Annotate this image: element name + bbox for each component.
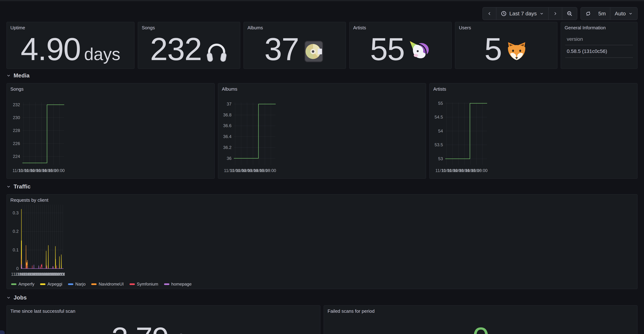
panel-title[interactable]: Songs [138, 22, 240, 30]
y-tick-label: 36.2 [223, 145, 232, 150]
panel-uptime: Uptime 4.90 days [6, 22, 134, 69]
series-line-Songs [22, 105, 64, 163]
legend-item-Narjo[interactable]: Narjo [68, 282, 86, 287]
chevron-down-icon [628, 11, 633, 16]
section-jobs[interactable]: Jobs [6, 295, 638, 301]
y-tick-label: 36.6 [223, 123, 232, 128]
refresh-picker-group: 5m Auto [580, 7, 638, 20]
panel-songs-chart: Songs 11/10 00:0011/11 00:0011/12 00:001… [6, 83, 215, 179]
section-label: Media [14, 72, 30, 79]
section-media[interactable]: Media [6, 73, 638, 78]
y-tick-label: 36.8 [223, 112, 232, 117]
panel-title[interactable]: Requests by client [7, 195, 637, 203]
time-forward-button[interactable] [548, 7, 562, 20]
x-tick-label: 11/16 00:00 [48, 168, 65, 173]
chevron-down-icon [539, 11, 544, 16]
unicorn-icon [408, 40, 431, 63]
refresh-interval-label: 5m [598, 10, 606, 17]
artists-value: 55 [370, 33, 404, 65]
auto-refresh-button[interactable]: Auto [610, 7, 637, 20]
legend-item-homepage[interactable]: homepage [164, 282, 192, 287]
series-line-Arpeggi [21, 209, 63, 269]
y-tick-label: 0.1 [13, 248, 18, 252]
traffic-row: Requests by client 11/10 00:0011/10 08:0… [6, 194, 638, 289]
time-back-button[interactable] [483, 7, 496, 20]
panel-title[interactable]: Time since last successful scan [7, 306, 320, 314]
series-line-Albums [234, 104, 276, 158]
y-tick-label: 0.2 [13, 229, 18, 234]
version-table: version 0.58.5 (131c0c56) [565, 35, 633, 58]
panel-artists-stat: Artists 55 [349, 22, 452, 69]
y-tick-label: 0.3 [13, 210, 18, 215]
chevron-right-icon [553, 11, 558, 16]
dashboard-toolbar: Last 7 days 5m Auto [6, 7, 638, 20]
legend-item-Symfonium[interactable]: Symfonium [130, 282, 158, 287]
panel-time-since-last-scan: Time since last successful scan 2.79 day… [6, 305, 320, 334]
panel-albums-stat: Albums 37 [244, 22, 346, 69]
x-tick-label: 11/16 00:00 [260, 168, 276, 173]
y-tick-label: 226 [13, 141, 20, 146]
x-tick-label: 11/16 16:00 [52, 272, 65, 277]
window-top-edge [0, 0, 644, 1]
auto-label: Auto [615, 10, 626, 17]
legend-color-chip [130, 283, 135, 285]
zoom-out-icon [566, 10, 572, 17]
legend-item-NavidromeUI[interactable]: NavidromeUI [91, 282, 124, 287]
songs-chart: 11/10 00:0011/11 00:0011/12 00:0011/13 0… [11, 92, 65, 177]
time-range-button[interactable]: Last 7 days [496, 7, 548, 20]
chevron-down-icon [6, 73, 11, 78]
y-tick-label: 54 [438, 129, 443, 133]
legend-color-chip [91, 283, 96, 285]
panel-albums-chart: Albums 11/10 00:0011/11 00:0011/12 00:00… [218, 83, 426, 179]
users-value: 5 [484, 33, 502, 65]
panel-artists-chart: Artists 11/10 00:0011/11 00:0011/12 00:0… [429, 83, 638, 179]
panel-title[interactable]: Artists [430, 83, 637, 92]
legend-item-Arpeggi[interactable]: Arpeggi [40, 282, 62, 287]
chevron-down-icon [6, 185, 11, 189]
legend-color-chip [164, 283, 170, 285]
x-tick-label: 11/16 00:00 [471, 168, 488, 173]
dashboard: Last 7 days 5m Auto [0, 7, 644, 334]
panel-failed-scans: Failed scans for period 0 [324, 305, 638, 334]
artists-chart: 11/10 00:0011/11 00:0011/12 00:0011/13 0… [434, 92, 488, 177]
panel-general-information: General Information version 0.58.5 (131c… [561, 22, 638, 69]
legend-color-chip [40, 283, 46, 285]
panel-title[interactable]: Albums [218, 83, 426, 92]
legend-color-chip [68, 283, 73, 285]
fox-icon [505, 40, 528, 63]
panel-title[interactable]: Uptime [7, 22, 134, 30]
section-label: Traffic [14, 183, 30, 190]
chevron-down-icon [6, 296, 11, 300]
scan-time-value: 2.79 [112, 323, 168, 334]
version-value: 0.58.5 (131c0c56) [565, 45, 633, 58]
legend-label: Amperfy [18, 282, 34, 287]
legend-item-Amperfy[interactable]: Amperfy [11, 282, 34, 287]
legend-label: Symfonium [137, 282, 158, 287]
panel-title[interactable]: General Information [561, 22, 637, 30]
panel-requests-by-client: Requests by client 11/10 00:0011/10 08:0… [6, 194, 638, 289]
panel-title[interactable]: Artists [350, 22, 451, 30]
section-traffic[interactable]: Traffic [6, 184, 638, 190]
legend-label: Arpeggi [48, 282, 62, 287]
y-tick-label: 53 [438, 156, 443, 161]
panel-title[interactable]: Failed scans for period [324, 306, 637, 314]
requests-by-client-chart: 11/10 00:0011/10 08:0011/10 16:0011/11 0… [11, 204, 65, 279]
failed-scans-value: 0 [472, 323, 489, 334]
y-tick-label: 232 [13, 102, 20, 107]
chevron-left-icon [487, 11, 492, 16]
uptime-unit: days [84, 44, 120, 64]
panel-title[interactable]: Users [455, 22, 557, 30]
zoom-out-button[interactable] [562, 7, 577, 20]
scan-time-unit: days [172, 330, 216, 334]
y-tick-label: 54.5 [434, 115, 443, 119]
y-tick-label: 0 [16, 266, 18, 271]
refresh-button[interactable]: 5m [581, 7, 610, 20]
headphones-icon [205, 40, 228, 63]
media-row: Songs 11/10 00:0011/11 00:0011/12 00:001… [6, 83, 638, 179]
albums-chart: 11/10 00:0011/11 00:0011/12 00:0011/13 0… [222, 92, 276, 177]
uptime-value: 4.90 [21, 33, 80, 65]
clock-icon [501, 10, 507, 17]
panel-title[interactable]: Songs [7, 83, 214, 92]
y-tick-label: 36.4 [223, 134, 232, 139]
panel-title[interactable]: Albums [244, 22, 346, 30]
